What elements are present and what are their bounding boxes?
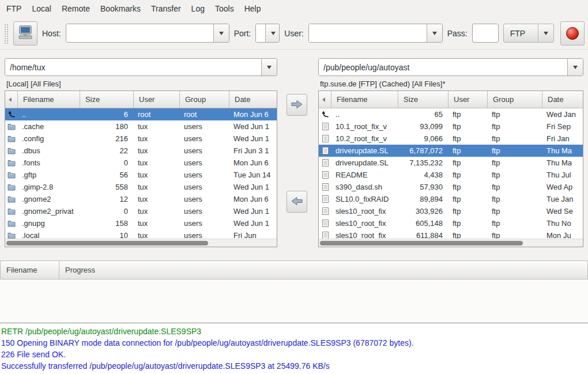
file-row[interactable]: README4,438ftpftpThu Jul <box>319 169 583 181</box>
transfer-queue-list <box>0 279 588 322</box>
file-row[interactable]: sles10_root_fix611,884ftpftpMon Ju <box>319 229 583 239</box>
file-group: users <box>180 183 229 191</box>
transfer-to-local-button[interactable] <box>287 191 307 213</box>
host-input[interactable] <box>66 24 213 42</box>
file-group: users <box>180 207 229 216</box>
file-size: 65 <box>398 110 448 119</box>
file-row[interactable]: .fonts0tuxusersMon Jun 6 <box>5 157 277 169</box>
file-date: Wed Jun 1 <box>229 207 277 216</box>
file-row[interactable]: .cache180tuxusersWed Jun 1 <box>5 120 277 133</box>
file-date: Wed Ap <box>542 183 583 191</box>
chevron-down-icon <box>219 32 224 35</box>
file-row[interactable]: SL10.0_fixRAID89,894ftpftpTue Jan <box>319 193 583 205</box>
folder-icon <box>5 172 18 179</box>
file-row[interactable]: s390_dasd.sh57,930ftpftpWed Ap <box>319 181 583 193</box>
file-row[interactable]: sles10_root_fix303,926ftpftpWed Se <box>319 205 583 217</box>
file-size: 56 <box>80 171 134 179</box>
filename-column-header[interactable]: Filename <box>18 91 80 108</box>
scrollbar-thumb[interactable] <box>6 241 208 245</box>
size-column-header[interactable]: Size <box>398 91 448 108</box>
file-row[interactable]: ..6rootrootMon Jun 6 <box>5 108 277 120</box>
local-path-combo <box>5 58 277 76</box>
user-input[interactable] <box>309 24 427 42</box>
menubar: FTP Local Remote Bookmarks Transfer Log … <box>0 0 588 17</box>
menu-transfer[interactable]: Transfer <box>146 0 186 17</box>
filename-column-header[interactable]: Filename <box>331 91 398 108</box>
size-column-header[interactable]: Size <box>80 91 134 108</box>
user-dropdown-button[interactable] <box>427 24 442 42</box>
icon-column-header[interactable] <box>319 91 331 108</box>
file-row[interactable]: .gnome212tuxusersMon Jun 6 <box>5 193 277 205</box>
local-path-input[interactable] <box>5 59 261 75</box>
file-user: tux <box>134 122 180 131</box>
local-path-dropdown-button[interactable] <box>261 59 277 75</box>
transfer-to-remote-button[interactable] <box>287 94 307 116</box>
file-user: ftp <box>448 110 488 119</box>
file-name: .fonts <box>18 158 80 167</box>
date-column-header[interactable]: Date <box>542 91 583 108</box>
toolbar-grip[interactable] <box>3 23 9 44</box>
file-group: users <box>180 231 229 239</box>
local-horizontal-scrollbar[interactable] <box>5 239 277 247</box>
local-file-list: Filename Size User Group Date ..6rootroo… <box>5 90 277 247</box>
file-row[interactable]: .dbus22tuxusersFri Jun 3 1 <box>5 145 277 157</box>
menu-ftp[interactable]: FTP <box>1 0 27 17</box>
menu-tools[interactable]: Tools <box>210 0 239 17</box>
host-combo <box>66 24 229 43</box>
file-row[interactable]: ..65ftpftpWed Jan <box>319 108 583 120</box>
stop-button[interactable] <box>560 21 585 46</box>
file-row[interactable]: 10.2_root_fix_v9,066ftpftpFri Jan <box>319 133 583 145</box>
password-input[interactable] <box>472 24 499 43</box>
file-row[interactable]: .local10tuxusersFri Jun <box>5 229 277 239</box>
file-size: 7,135,232 <box>398 158 448 167</box>
file-name: .gimp-2.8 <box>18 183 80 191</box>
file-row[interactable]: .gimp-2.8558tuxusersWed Jun 1 <box>5 181 277 193</box>
menu-help[interactable]: Help <box>239 0 266 17</box>
remote-path-input[interactable] <box>319 59 567 75</box>
up-icon <box>319 111 331 118</box>
file-size: 558 <box>80 183 134 191</box>
icon-column-header[interactable] <box>5 91 18 108</box>
file-row[interactable]: .config216tuxusersWed Jun 1 <box>5 133 277 145</box>
file-row[interactable]: sles10_root_fix605,148ftpftpThu No <box>319 217 583 229</box>
protocol-select[interactable]: FTP <box>503 24 554 43</box>
file-row[interactable]: driverupdate.SL6,787,072ftpftpThu Ma <box>319 145 583 157</box>
menu-remote[interactable]: Remote <box>56 0 95 17</box>
host-dropdown-button[interactable] <box>213 24 229 42</box>
user-label: User: <box>284 29 303 38</box>
scrollbar-thumb[interactable] <box>320 241 523 245</box>
file-row[interactable]: .gnupg158tuxusersWed Jun 1 <box>5 217 277 229</box>
user-column-header[interactable]: User <box>448 91 488 108</box>
file-group: users <box>180 134 229 143</box>
file-date: Mon Jun 6 <box>229 158 277 167</box>
file-name: .dbus <box>18 146 80 155</box>
file-size: 303,926 <box>398 207 448 216</box>
queue-filename-column-header[interactable]: Filename <box>0 260 59 279</box>
user-column-header[interactable]: User <box>134 91 180 108</box>
port-dropdown-button[interactable] <box>265 24 280 42</box>
date-column-header[interactable]: Date <box>229 91 277 108</box>
port-input[interactable] <box>256 24 265 42</box>
menu-local[interactable]: Local <box>27 0 56 17</box>
remote-path-dropdown-button[interactable] <box>567 59 583 75</box>
log-pane: RETR /pub/people/ug/autoyast/driverupdat… <box>0 323 588 374</box>
remote-list-header: Filename Size User Group Date <box>319 91 583 108</box>
file-size: 611,884 <box>398 231 448 239</box>
remote-horizontal-scrollbar[interactable] <box>319 239 583 247</box>
group-column-header[interactable]: Group <box>180 91 229 108</box>
file-row[interactable]: .gftp56tuxusersTue Jun 14 <box>5 169 277 181</box>
connect-button[interactable] <box>13 21 37 46</box>
file-row[interactable]: driverupdate.SL7,135,232ftpftpThu Ma <box>319 157 583 169</box>
file-row[interactable]: 10.1_root_fix_v93,099ftpftpFri Sep <box>319 120 583 133</box>
file-panes: [Local] [All Files] Filename Size User G… <box>0 51 588 257</box>
queue-progress-column-header[interactable]: Progress <box>59 260 588 279</box>
group-column-header[interactable]: Group <box>488 91 542 108</box>
menu-bookmarks[interactable]: Bookmarks <box>95 0 146 17</box>
file-name: 10.1_root_fix_v <box>331 122 398 131</box>
file-row[interactable]: .gnome2_privat0tuxusersWed Jun 1 <box>5 205 277 217</box>
file-date: Mon Jun 6 <box>229 195 277 203</box>
menu-log[interactable]: Log <box>186 0 210 17</box>
file-name: driverupdate.SL <box>331 158 398 167</box>
file-date: Wed Jun 1 <box>229 134 277 143</box>
file-name: sles10_root_fix <box>331 207 398 216</box>
